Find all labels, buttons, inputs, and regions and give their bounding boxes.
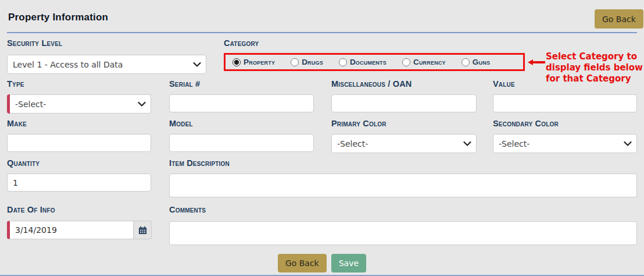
type-label: Type (7, 79, 24, 89)
serial-input[interactable] (169, 94, 314, 112)
category-radio-documents-input[interactable] (339, 58, 347, 66)
category-radio-property-label: Property (244, 58, 275, 66)
category-radio-currency[interactable]: Currency (402, 58, 446, 66)
type-select-wrap: -Select- (7, 94, 151, 114)
category-label: Category (224, 38, 259, 48)
date-of-info-label: Date Of Info (7, 205, 55, 214)
category-radio-group: Property Drugs Documents Currency Guns (224, 53, 525, 71)
category-radio-guns-input[interactable] (461, 58, 470, 66)
category-radio-currency-label: Currency (413, 58, 446, 66)
category-radio-drugs-label: Drugs (302, 58, 323, 66)
quantity-input[interactable] (7, 174, 151, 192)
category-radio-guns-label: Guns (473, 58, 490, 66)
category-radio-drugs[interactable]: Drugs (291, 58, 323, 66)
category-radio-drugs-input[interactable] (291, 58, 299, 66)
security-level-label: Security Level (7, 38, 62, 48)
value-label: Value (493, 79, 515, 89)
header-separator (7, 32, 637, 33)
primary-color-select[interactable]: -Select- (331, 134, 477, 153)
misc-oan-input[interactable] (331, 94, 477, 112)
primary-color-label: Primary Color (331, 119, 387, 128)
make-input[interactable] (7, 134, 151, 152)
footer-actions: Go Back Save (0, 254, 644, 273)
go-back-button[interactable]: Go Back (278, 254, 327, 273)
make-label: Make (7, 119, 27, 128)
quantity-label: Quantity (7, 158, 40, 168)
date-of-info-group (7, 221, 152, 239)
misc-oan-label: Miscellaneous / OAN (331, 79, 412, 89)
primary-color-select-wrap: -Select- (331, 134, 477, 153)
category-radio-property-input[interactable] (232, 58, 241, 66)
model-label: Model (169, 119, 193, 128)
secondary-color-select-wrap: -Select- (493, 134, 637, 153)
go-back-button-top[interactable]: Go Back (595, 9, 643, 29)
secondary-color-select[interactable]: -Select- (493, 134, 637, 153)
type-select[interactable]: -Select- (10, 94, 151, 114)
category-radio-guns[interactable]: Guns (461, 58, 490, 66)
serial-label: Serial # (169, 79, 200, 89)
calendar-icon[interactable] (134, 221, 152, 239)
security-level-select-wrap: Level 1 - Access to all Data (7, 55, 206, 74)
category-radio-documents-label: Documents (350, 58, 387, 66)
model-input[interactable] (169, 134, 314, 152)
comments-input[interactable] (169, 221, 637, 245)
arrow-left-icon (528, 59, 545, 65)
item-description-label: Item Description (169, 158, 230, 168)
category-radio-currency-input[interactable] (402, 58, 410, 66)
save-button[interactable]: Save (331, 254, 366, 273)
security-level-select[interactable]: Level 1 - Access to all Data (7, 55, 206, 74)
item-description-input[interactable] (169, 174, 637, 197)
page-title: Property Information (8, 12, 108, 23)
value-input[interactable] (493, 94, 637, 112)
category-radio-property[interactable]: Property (232, 58, 275, 66)
annotation-text: Select Category to display fields below … (546, 51, 644, 84)
date-of-info-input[interactable] (7, 221, 134, 239)
comments-label: Comments (169, 205, 206, 214)
secondary-color-label: Secondary Color (493, 119, 559, 128)
category-radio-documents[interactable]: Documents (339, 58, 387, 66)
